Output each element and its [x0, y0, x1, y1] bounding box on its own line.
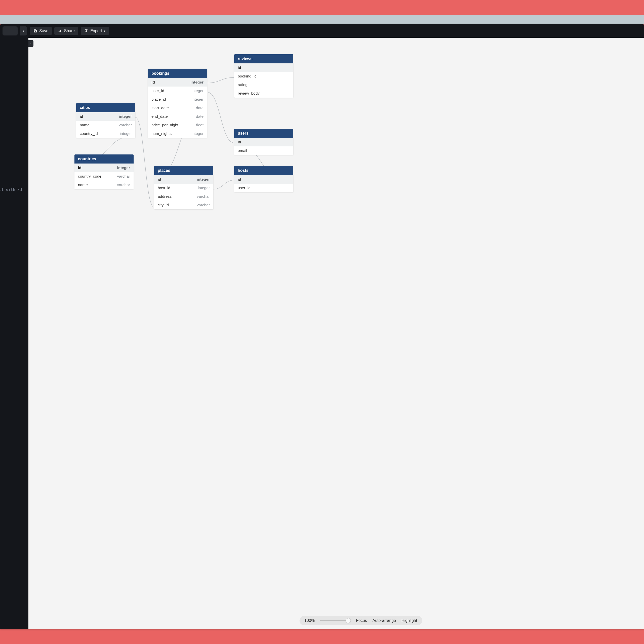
table-column[interactable]: review_body — [234, 89, 293, 98]
app-body: , but with ad ‹ citiesidintegernamevarch… — [0, 38, 644, 629]
table-column[interactable]: country_codevarchar — [74, 172, 134, 181]
column-name: id — [151, 80, 155, 85]
column-name: place_id — [151, 97, 166, 102]
dropdown-toggle[interactable]: ▾ — [20, 26, 27, 35]
column-type: integer — [197, 177, 210, 182]
table-column[interactable]: idinteger — [148, 78, 207, 87]
chevron-down-icon: ▾ — [23, 29, 24, 33]
column-type: date — [196, 114, 204, 119]
column-name: id — [238, 65, 241, 70]
column-type: date — [196, 106, 204, 110]
table-column[interactable]: price_per_nightfloat — [148, 121, 207, 129]
table-reviews[interactable]: reviewsidbooking_idratingreview_body — [234, 54, 293, 98]
column-name: end_date — [151, 114, 168, 119]
export-label: Export — [90, 29, 102, 33]
browser-chrome-bar — [0, 15, 644, 24]
save-button[interactable]: Save — [30, 27, 52, 35]
column-type: float — [196, 123, 204, 127]
table-countries[interactable]: countriesidintegercountry_codevarcharnam… — [74, 154, 134, 189]
column-name: id — [80, 114, 83, 119]
table-column[interactable]: addressvarchar — [154, 192, 213, 201]
column-type: integer — [119, 114, 132, 119]
column-name: country_code — [78, 174, 101, 179]
column-type: integer — [192, 97, 204, 102]
table-column[interactable]: city_idvarchar — [154, 201, 213, 209]
focus-button[interactable]: Focus — [356, 618, 367, 623]
table-column[interactable]: end_datedate — [148, 112, 207, 121]
auto-arrange-button[interactable]: Auto-arrange — [373, 618, 396, 623]
table-hosts[interactable]: hostsiduser_id — [234, 166, 293, 192]
chevron-down-icon: ▾ — [104, 29, 105, 33]
app-window: ▾ Save Share Export ▾ , but with ad — [0, 24, 644, 629]
column-type: varchar — [117, 174, 130, 179]
table-column[interactable]: namevarchar — [76, 121, 135, 129]
table-header[interactable]: cities — [76, 103, 135, 112]
column-type: integer — [198, 186, 210, 190]
column-name: host_id — [158, 186, 170, 190]
column-name: id — [238, 140, 241, 144]
share-icon — [58, 29, 62, 33]
column-name: email — [238, 148, 247, 153]
table-header[interactable]: hosts — [234, 166, 293, 175]
outer-frame: ▾ Save Share Export ▾ , but with ad — [0, 0, 644, 644]
share-label: Share — [64, 29, 75, 33]
code-fragment: , but with ad — [0, 187, 22, 192]
table-column[interactable]: idinteger — [74, 164, 134, 172]
table-column[interactable]: id — [234, 138, 293, 146]
share-button[interactable]: Share — [54, 27, 78, 35]
cutoff-button[interactable] — [3, 26, 18, 35]
table-users[interactable]: usersidemail — [234, 129, 293, 155]
table-column[interactable]: host_idinteger — [154, 184, 213, 192]
column-name: booking_id — [238, 74, 257, 78]
table-column[interactable]: idinteger — [76, 112, 135, 121]
download-icon — [84, 29, 88, 33]
column-name: id — [158, 177, 161, 182]
table-cities[interactable]: citiesidintegernamevarcharcountry_idinte… — [76, 103, 135, 138]
diagram-canvas[interactable]: citiesidintegernamevarcharcountry_idinte… — [28, 38, 644, 629]
column-type: integer — [117, 166, 130, 170]
table-column[interactable]: num_nightsinteger — [148, 129, 207, 138]
table-column[interactable]: booking_id — [234, 72, 293, 81]
column-type: varchar — [119, 123, 132, 127]
table-column[interactable]: idinteger — [154, 175, 213, 184]
column-type: varchar — [197, 194, 210, 199]
code-editor-pane[interactable]: , but with ad — [0, 38, 28, 629]
column-name: name — [80, 123, 90, 127]
column-name: id — [78, 166, 82, 170]
table-header[interactable]: countries — [74, 154, 134, 164]
toolbar: ▾ Save Share Export ▾ — [0, 24, 644, 38]
export-button[interactable]: Export ▾ — [81, 27, 109, 35]
column-name: address — [158, 194, 172, 199]
column-name: price_per_night — [151, 123, 178, 127]
table-column[interactable]: user_id — [234, 184, 293, 192]
table-column[interactable]: id — [234, 175, 293, 184]
column-name: id — [238, 177, 241, 182]
table-column[interactable]: start_datedate — [148, 104, 207, 112]
highlight-button[interactable]: Highlight — [401, 618, 417, 623]
zoom-slider-thumb[interactable] — [346, 618, 351, 623]
table-column[interactable]: namevarchar — [74, 181, 134, 189]
column-type: integer — [192, 89, 204, 93]
table-column[interactable]: rating — [234, 81, 293, 89]
column-type: integer — [192, 131, 204, 136]
column-name: name — [78, 183, 88, 187]
table-header[interactable]: users — [234, 129, 293, 138]
column-name: country_id — [80, 131, 98, 136]
table-header[interactable]: bookings — [148, 69, 207, 78]
table-places[interactable]: placesidintegerhost_idintegeraddressvarc… — [154, 166, 213, 209]
table-header[interactable]: places — [154, 166, 213, 175]
column-name: review_body — [238, 91, 260, 96]
zoom-slider[interactable] — [320, 620, 350, 621]
diagram-canvas-wrap: ‹ citiesidintegernamevarcharcountry_idin… — [28, 38, 644, 629]
column-name: city_id — [158, 203, 169, 207]
table-column[interactable]: country_idinteger — [76, 129, 135, 138]
column-name: user_id — [151, 89, 164, 93]
table-bookings[interactable]: bookingsidintegeruser_idintegerplace_idi… — [148, 69, 207, 138]
table-column[interactable]: id — [234, 63, 293, 72]
column-type: integer — [190, 80, 204, 85]
zoom-level: 100% — [304, 618, 315, 623]
table-column[interactable]: user_idinteger — [148, 87, 207, 95]
table-header[interactable]: reviews — [234, 54, 293, 63]
table-column[interactable]: place_idinteger — [148, 95, 207, 104]
table-column[interactable]: email — [234, 146, 293, 155]
